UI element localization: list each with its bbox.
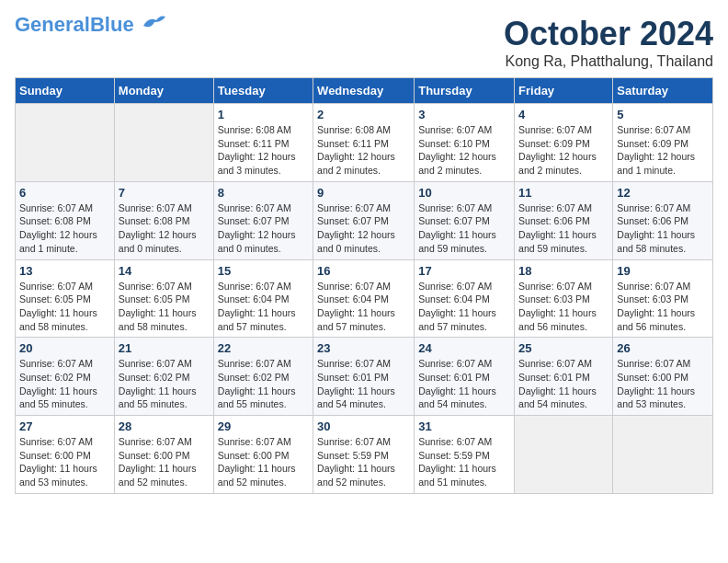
day-number: 29: [218, 419, 309, 433]
calendar-cell: 19Sunrise: 6:07 AMSunset: 6:03 PMDayligh…: [613, 259, 713, 338]
day-number: 25: [518, 341, 609, 355]
main-title: October 2024: [504, 15, 713, 53]
header-cell-tuesday: Tuesday: [213, 78, 313, 104]
calendar-cell: 4Sunrise: 6:07 AMSunset: 6:09 PMDaylight…: [515, 104, 613, 182]
week-row-3: 13Sunrise: 6:07 AMSunset: 6:05 PMDayligh…: [16, 259, 713, 338]
day-number: 19: [617, 264, 709, 278]
day-info: Sunrise: 6:07 AMSunset: 5:59 PMDaylight:…: [418, 435, 510, 489]
calendar-cell: 2Sunrise: 6:08 AMSunset: 6:11 PMDaylight…: [313, 104, 415, 182]
calendar-cell: 3Sunrise: 6:07 AMSunset: 6:10 PMDaylight…: [415, 104, 515, 182]
calendar-cell: 25Sunrise: 6:07 AMSunset: 6:01 PMDayligh…: [515, 338, 613, 416]
day-info: Sunrise: 6:07 AMSunset: 6:01 PMDaylight:…: [518, 357, 609, 411]
day-info: Sunrise: 6:07 AMSunset: 6:00 PMDaylight:…: [617, 357, 709, 411]
calendar-cell: 21Sunrise: 6:07 AMSunset: 6:02 PMDayligh…: [114, 338, 213, 416]
header-cell-thursday: Thursday: [415, 78, 515, 104]
calendar-cell: 18Sunrise: 6:07 AMSunset: 6:03 PMDayligh…: [515, 259, 613, 338]
day-info: Sunrise: 6:07 AMSunset: 6:08 PMDaylight:…: [119, 201, 210, 256]
calendar-cell: 30Sunrise: 6:07 AMSunset: 5:59 PMDayligh…: [313, 416, 415, 494]
calendar-cell: 14Sunrise: 6:07 AMSunset: 6:05 PMDayligh…: [114, 259, 213, 338]
logo-text: GeneralBlue: [15, 15, 134, 35]
header-cell-saturday: Saturday: [613, 78, 713, 104]
day-number: 13: [19, 264, 110, 278]
header-cell-wednesday: Wednesday: [313, 78, 415, 104]
calendar-cell: 6Sunrise: 6:07 AMSunset: 6:08 PMDaylight…: [16, 181, 115, 259]
day-number: 26: [617, 341, 709, 355]
header-cell-friday: Friday: [515, 78, 613, 104]
day-info: Sunrise: 6:08 AMSunset: 6:11 PMDaylight:…: [317, 123, 410, 178]
title-block: October 2024 Kong Ra, Phatthalung, Thail…: [504, 15, 713, 70]
logo-blue: Blue: [90, 13, 134, 36]
day-info: Sunrise: 6:07 AMSunset: 6:00 PMDaylight:…: [19, 435, 110, 489]
calendar-cell: 5Sunrise: 6:07 AMSunset: 6:09 PMDaylight…: [613, 104, 713, 182]
calendar-cell: 20Sunrise: 6:07 AMSunset: 6:02 PMDayligh…: [16, 338, 115, 416]
calendar-cell: [16, 104, 115, 182]
calendar-cell: 22Sunrise: 6:07 AMSunset: 6:02 PMDayligh…: [213, 338, 313, 416]
calendar-cell: 24Sunrise: 6:07 AMSunset: 6:01 PMDayligh…: [415, 338, 515, 416]
day-info: Sunrise: 6:07 AMSunset: 6:04 PMDaylight:…: [317, 280, 410, 334]
day-info: Sunrise: 6:07 AMSunset: 6:03 PMDaylight:…: [617, 280, 709, 334]
day-number: 11: [518, 186, 609, 200]
calendar-cell: 28Sunrise: 6:07 AMSunset: 6:00 PMDayligh…: [114, 416, 213, 494]
calendar-cell: 15Sunrise: 6:07 AMSunset: 6:04 PMDayligh…: [213, 259, 313, 338]
calendar-cell: 29Sunrise: 6:07 AMSunset: 6:00 PMDayligh…: [213, 416, 313, 494]
day-info: Sunrise: 6:07 AMSunset: 6:05 PMDaylight:…: [19, 280, 110, 334]
calendar-cell: [515, 416, 613, 494]
day-info: Sunrise: 6:07 AMSunset: 6:07 PMDaylight:…: [317, 201, 410, 256]
week-row-5: 27Sunrise: 6:07 AMSunset: 6:00 PMDayligh…: [16, 416, 713, 494]
day-number: 20: [19, 341, 110, 355]
day-info: Sunrise: 6:07 AMSunset: 6:09 PMDaylight:…: [518, 123, 609, 178]
calendar-cell: 9Sunrise: 6:07 AMSunset: 6:07 PMDaylight…: [313, 181, 415, 259]
day-info: Sunrise: 6:07 AMSunset: 6:02 PMDaylight:…: [218, 357, 309, 411]
day-info: Sunrise: 6:07 AMSunset: 6:09 PMDaylight:…: [617, 123, 709, 178]
day-number: 30: [317, 419, 410, 433]
day-number: 31: [418, 419, 510, 433]
day-number: 28: [119, 419, 210, 433]
day-number: 22: [218, 341, 309, 355]
day-info: Sunrise: 6:07 AMSunset: 6:07 PMDaylight:…: [218, 201, 309, 256]
day-info: Sunrise: 6:07 AMSunset: 6:00 PMDaylight:…: [119, 435, 210, 489]
day-number: 24: [418, 341, 510, 355]
day-number: 27: [19, 419, 110, 433]
day-number: 4: [518, 108, 609, 121]
calendar-cell: 26Sunrise: 6:07 AMSunset: 6:00 PMDayligh…: [613, 338, 713, 416]
day-number: 18: [518, 264, 609, 278]
calendar-table: SundayMondayTuesdayWednesdayThursdayFrid…: [15, 77, 713, 494]
calendar-cell: 10Sunrise: 6:07 AMSunset: 6:07 PMDayligh…: [415, 181, 515, 259]
day-info: Sunrise: 6:07 AMSunset: 6:03 PMDaylight:…: [518, 280, 609, 334]
day-info: Sunrise: 6:07 AMSunset: 6:02 PMDaylight:…: [19, 357, 110, 411]
day-number: 23: [317, 341, 410, 355]
calendar-cell: [613, 416, 713, 494]
day-number: 21: [119, 341, 210, 355]
day-info: Sunrise: 6:07 AMSunset: 6:08 PMDaylight:…: [19, 201, 110, 256]
logo-general: General: [15, 13, 90, 36]
day-info: Sunrise: 6:07 AMSunset: 6:01 PMDaylight:…: [317, 357, 410, 411]
header-cell-sunday: Sunday: [16, 78, 115, 104]
day-info: Sunrise: 6:07 AMSunset: 6:05 PMDaylight:…: [119, 280, 210, 334]
calendar-cell: 17Sunrise: 6:07 AMSunset: 6:04 PMDayligh…: [415, 259, 515, 338]
week-row-1: 1Sunrise: 6:08 AMSunset: 6:11 PMDaylight…: [16, 104, 713, 182]
calendar-cell: 8Sunrise: 6:07 AMSunset: 6:07 PMDaylight…: [213, 181, 313, 259]
header-cell-monday: Monday: [114, 78, 213, 104]
day-number: 1: [218, 108, 309, 121]
day-number: 8: [218, 186, 309, 200]
day-number: 15: [218, 264, 309, 278]
calendar-cell: 11Sunrise: 6:07 AMSunset: 6:06 PMDayligh…: [515, 181, 613, 259]
day-info: Sunrise: 6:07 AMSunset: 6:04 PMDaylight:…: [218, 280, 309, 334]
calendar-cell: [114, 104, 213, 182]
page-header: GeneralBlue October 2024 Kong Ra, Phatth…: [15, 15, 713, 70]
calendar-cell: 23Sunrise: 6:07 AMSunset: 6:01 PMDayligh…: [313, 338, 415, 416]
day-info: Sunrise: 6:07 AMSunset: 6:07 PMDaylight:…: [418, 201, 510, 256]
day-number: 7: [119, 186, 210, 200]
calendar-cell: 13Sunrise: 6:07 AMSunset: 6:05 PMDayligh…: [16, 259, 115, 338]
week-row-4: 20Sunrise: 6:07 AMSunset: 6:02 PMDayligh…: [16, 338, 713, 416]
day-info: Sunrise: 6:07 AMSunset: 6:02 PMDaylight:…: [119, 357, 210, 411]
day-number: 2: [317, 108, 410, 121]
calendar-cell: 31Sunrise: 6:07 AMSunset: 5:59 PMDayligh…: [415, 416, 515, 494]
day-info: Sunrise: 6:07 AMSunset: 6:04 PMDaylight:…: [418, 280, 510, 334]
day-number: 12: [617, 186, 709, 200]
day-number: 14: [119, 264, 210, 278]
calendar-cell: 16Sunrise: 6:07 AMSunset: 6:04 PMDayligh…: [313, 259, 415, 338]
day-number: 9: [317, 186, 410, 200]
day-number: 6: [19, 186, 110, 200]
day-number: 3: [418, 108, 510, 121]
